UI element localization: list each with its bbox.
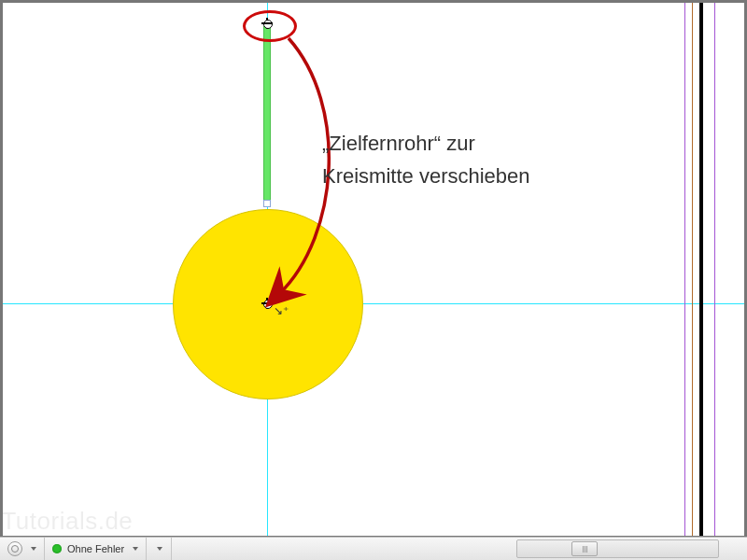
horizontal-scrollbar[interactable] — [516, 539, 719, 558]
annotation-line-1: „Zielfernrohr“ zur — [322, 127, 530, 160]
scrollbar-thumb[interactable] — [571, 541, 598, 556]
status-error-label: Ohne Fehler — [67, 543, 124, 554]
annotation-line-2: Kreismitte verschieben — [322, 160, 530, 192]
status-ok-icon — [52, 544, 62, 553]
preflight-icon — [7, 541, 22, 556]
status-preflight[interactable] — [0, 538, 45, 560]
drawing-canvas[interactable]: D-Tutorials.de ↘⁺ „Zielfernrohr“ zur Kre… — [3, 3, 744, 536]
annotation-text: „Zielfernrohr“ zur Kreismitte verschiebe… — [322, 127, 530, 192]
chevron-down-icon — [157, 547, 162, 551]
status-errors[interactable]: Ohne Fehler — [45, 538, 147, 560]
annotation-arrow — [3, 3, 744, 536]
chevron-down-icon — [133, 547, 138, 551]
status-extra[interactable] — [147, 538, 172, 560]
status-bar: Ohne Fehler — [0, 537, 747, 560]
chevron-down-icon — [31, 547, 36, 551]
